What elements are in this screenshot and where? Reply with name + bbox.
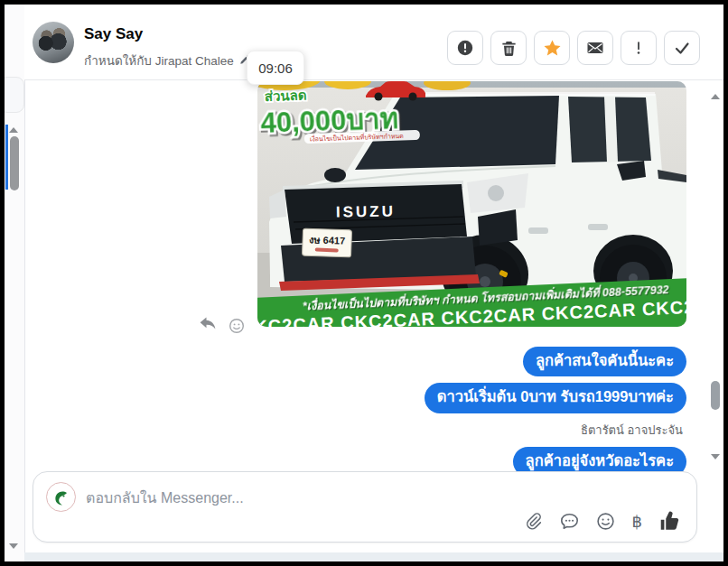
assignment-label: กำหนดให้กับ Jirapat Chalee <box>84 51 234 70</box>
license-plate-text: งษ 6417 <box>309 234 346 246</box>
scroll-down-arrow-icon[interactable] <box>711 454 720 459</box>
assignment-row: กำหนดให้กับ Jirapat Chalee <box>84 51 251 70</box>
message-time-tooltip: 09:06 <box>247 51 304 85</box>
mark-done-button[interactable] <box>664 31 700 65</box>
composer-actions: ฿ <box>524 511 680 532</box>
left-scrollbar-thumb[interactable] <box>10 136 19 190</box>
page-avatar <box>46 482 76 512</box>
image-attachment[interactable]: ISUZU งษ 6417 <box>257 81 686 327</box>
report-button[interactable] <box>447 31 483 65</box>
mark-unread-button[interactable] <box>577 31 613 65</box>
cutoff-list-fragment <box>5 77 24 113</box>
important-button[interactable] <box>621 31 657 65</box>
contact-name: Say Say <box>84 25 143 43</box>
check-icon <box>673 39 691 57</box>
comment-dots-icon[interactable] <box>560 512 579 531</box>
message-list: ลูกค้าสนใจคันนี้นะคะ ดาวน์เริ่มต้น 0บาท … <box>425 347 686 477</box>
delete-button[interactable] <box>490 31 527 65</box>
baht-icon[interactable]: ฿ <box>632 514 642 530</box>
paperclip-icon[interactable] <box>524 512 543 531</box>
chat-scrollbar[interactable] <box>709 81 723 468</box>
app-window: Say Say กำหนดให้กับ Jirapat Chalee <box>5 5 723 561</box>
exclamation-icon <box>630 40 647 56</box>
message-bubble: ดาวน์เริ่มต้น 0บาท รับรถ1999บาทค่ะ <box>425 383 686 413</box>
circle-exclamation-icon <box>456 39 474 57</box>
composer-placeholder[interactable]: ตอบกลับใน Messenger... <box>86 487 244 509</box>
bottom-status-bar <box>24 552 723 561</box>
react-emoji-icon[interactable] <box>229 318 245 338</box>
car-promo-image: ISUZU งษ 6417 <box>257 81 686 327</box>
emoji-icon[interactable] <box>596 512 615 531</box>
active-item-accent-bar <box>5 125 8 190</box>
license-plate: งษ 6417 <box>302 228 351 257</box>
left-pane-strip <box>5 5 25 561</box>
star-button[interactable] <box>534 31 570 65</box>
contact-avatar[interactable] <box>33 22 74 63</box>
scroll-up-arrow-icon[interactable] <box>711 94 720 99</box>
chat-scrollbar-thumb[interactable] <box>711 381 720 410</box>
star-icon <box>543 39 562 58</box>
scroll-down-arrow-icon[interactable] <box>9 543 18 549</box>
conversation-header: Say Say กำหนดให้กับ Jirapat Chalee <box>24 5 723 80</box>
scroll-up-arrow-icon[interactable] <box>9 127 18 133</box>
envelope-icon <box>586 39 604 57</box>
message-bubble: ลูกค้าสนใจคันนี้นะคะ <box>523 347 686 376</box>
reply-composer[interactable]: ตอบกลับใน Messenger... ฿ <box>33 471 697 543</box>
page-logo-icon <box>51 487 72 508</box>
toolbar <box>447 31 700 65</box>
reply-icon[interactable] <box>199 316 217 336</box>
trash-icon <box>500 40 518 57</box>
sender-name: ธิตารัตน์ อาจประจัน <box>581 421 686 440</box>
brand-text: ISUZU <box>336 202 396 220</box>
thumbs-up-icon[interactable] <box>659 511 680 532</box>
discount-label-text: ส่วนลด <box>265 87 307 104</box>
